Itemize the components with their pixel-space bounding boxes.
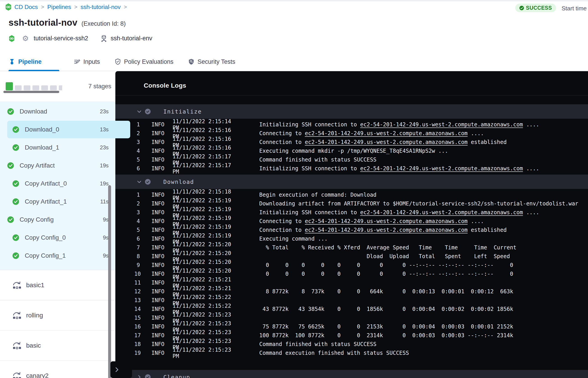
stage-list: Download23sDownload_013sDownload_123sCop… — [0, 101, 115, 270]
log-message: 100 8772k 100 8772k 0 0 2314k 0 0:00:03 … — [259, 332, 513, 338]
cd-module-icon — [5, 3, 12, 11]
log-line-number: 6 — [134, 236, 140, 242]
log-message: 8 8772k 8 737k 0 0 664k 0 0:00:13 0:00:0… — [259, 288, 513, 295]
stage-duration: 9s — [103, 216, 108, 223]
log-level: INFO — [151, 218, 164, 224]
log-level: INFO — [151, 280, 164, 286]
log-host-link[interactable]: ec2-54-201-142-249.us-west-2.compute.ama… — [360, 209, 523, 216]
console-log-panel: Console Logs Initialize1INFO11/11/2022 2… — [115, 71, 588, 378]
stage-progress-squares[interactable] — [6, 82, 62, 90]
log-message: Connection to ec2-54-201-142-249.us-west… — [259, 227, 507, 233]
log-line-number: 11 — [134, 280, 140, 286]
tab-label: Security Tests — [198, 58, 235, 65]
log-level: INFO — [151, 271, 164, 277]
stage-progress-square-2[interactable] — [24, 85, 30, 90]
log-message: Downloading artifact from ARTIFACTORY to… — [259, 201, 578, 207]
stage-row-copy-artifact-1[interactable]: Copy Artifact_111s — [0, 193, 115, 211]
log-level: INFO — [151, 350, 164, 356]
shield-check-icon — [114, 58, 121, 65]
log-level: INFO — [151, 130, 164, 136]
pipeline-item-canary2[interactable]: canary2 — [0, 360, 115, 378]
stage-label: Copy Config_0 — [25, 234, 66, 241]
tab-pipeline[interactable]: Pipeline — [9, 53, 59, 71]
service-environment-row: ⚙ tutorial-service-ssh2 ssh-tutorial-env — [9, 35, 152, 42]
tab-security-tests[interactable]: Security Tests — [188, 53, 235, 71]
log-host-link[interactable]: ec2-54-201-142-249.us-west-2.compute.ama… — [360, 165, 523, 172]
log-section-header-download[interactable]: Download — [115, 175, 588, 189]
log-line: 19INFO11/11/2022 2:15:23 PMCommand execu… — [115, 349, 588, 357]
stage-progress-square-6[interactable] — [59, 85, 62, 90]
stage-progress-square-5[interactable] — [50, 85, 57, 90]
pipeline-list: basic1rollingbasiccanary2 — [0, 270, 115, 378]
log-line-number: 1 — [134, 122, 140, 128]
breadcrumb-link-pipelines[interactable]: Pipelines — [47, 4, 71, 11]
log-host-link[interactable]: ec2-54-201-142-249.us-west-2.compute.ama… — [305, 218, 468, 224]
stage-duration: 13s — [100, 126, 108, 133]
cd-module-icon — [9, 35, 15, 42]
stage-label: Copy Config — [20, 216, 53, 223]
log-level: INFO — [151, 148, 164, 154]
log-host-link[interactable]: ec2-54-201-142-249.us-west-2.compute.ama… — [360, 122, 523, 128]
check-badge-icon — [145, 108, 151, 114]
breadcrumb-link-cd-docs[interactable]: CD Docs — [14, 4, 38, 11]
breadcrumb-link-pipeline-name[interactable]: ssh-tutorial-nov — [81, 4, 121, 11]
check-circle-icon — [7, 108, 14, 115]
log-line-number: 3 — [134, 139, 140, 145]
log-message: Connecting to ec2-54-201-142-249.us-west… — [259, 218, 484, 224]
log-level: INFO — [151, 139, 164, 145]
log-line-number: 12 — [134, 288, 140, 295]
log-level: INFO — [151, 227, 164, 233]
breadcrumb-separator: > — [40, 4, 45, 10]
environment-icon — [101, 35, 107, 42]
stage-label: Download_0 — [25, 126, 59, 133]
log-host-link[interactable]: ec2-54-201-142-249.us-west-2.compute.ama… — [305, 139, 468, 145]
stage-row-copy-artifact-0[interactable]: Copy Artifact_019s — [0, 175, 115, 193]
stage-row-copy-artifact[interactable]: Copy Artifact19s — [0, 157, 115, 175]
stage-progress-square-1[interactable] — [15, 85, 22, 90]
log-host-link[interactable]: ec2-54-201-142-249.us-west-2.compute.ama… — [305, 227, 468, 233]
stage-duration: 19s — [100, 180, 108, 187]
tab-inputs[interactable]: Inputs — [74, 53, 100, 71]
pipeline-item-basic1[interactable]: basic1 — [0, 270, 115, 300]
stage-progress-square-3[interactable] — [32, 85, 39, 90]
log-line: 6INFO11/11/2022 2:15:17 PMInitializing S… — [115, 164, 588, 173]
stage-row-download[interactable]: Download23s — [0, 103, 115, 121]
log-host-link[interactable]: ec2-54-201-142-249.us-west-2.compute.ama… — [305, 130, 468, 136]
log-section-title: Initialize — [163, 108, 202, 115]
stage-row-copy-config[interactable]: Copy Config9s — [0, 211, 115, 229]
pipeline-item-label: rolling — [26, 312, 43, 319]
page-title: ssh-tutorial-nov — [9, 18, 77, 28]
log-section-header-initialize[interactable]: Initialize — [115, 104, 588, 119]
log-section-header-cleanup[interactable]: Cleanup — [115, 370, 588, 378]
pipeline-item-basic[interactable]: basic — [0, 330, 115, 360]
pipeline-icon — [9, 58, 15, 65]
tab-policy-evaluations[interactable]: Policy Evaluations — [114, 53, 174, 71]
log-level: INFO — [151, 201, 164, 207]
log-line-number: 19 — [134, 350, 140, 356]
console-expand-button[interactable] — [110, 361, 132, 378]
pipeline-item-rolling[interactable]: rolling — [0, 300, 115, 330]
stage-row-copy-config-0[interactable]: Copy Config_09s — [0, 229, 115, 247]
sidebar-scrollbar[interactable] — [108, 185, 111, 378]
stage-row-download-0[interactable]: Download_013s — [0, 121, 115, 138]
stage-row-copy-config-1[interactable]: Copy Config_19s — [0, 247, 115, 265]
stage-progress-square-0[interactable] — [6, 82, 13, 90]
log-message: % Total % Received % Xferd Average Speed… — [259, 244, 517, 251]
stage-row-download-1[interactable]: Download_123s — [0, 138, 115, 157]
log-section-title: Download — [163, 179, 194, 185]
stage-progress-square-4[interactable] — [41, 85, 48, 90]
start-time-label: Start time — [562, 5, 587, 12]
log-message: 0 0 0 0 0 0 0 0 --:--:-- --:--:-- --:--:… — [259, 262, 513, 268]
log-lines-download: 1INFO11/11/2022 2:15:18 PMBegin executio… — [115, 189, 588, 359]
service-name[interactable]: tutorial-service-ssh2 — [34, 35, 88, 42]
log-message: 75 8772k 75 6625k 0 0 2153k 0 0:00:04 0:… — [259, 324, 513, 330]
console-header: Console Logs — [115, 71, 588, 95]
log-line-number: 2 — [134, 130, 140, 136]
log-level: INFO — [151, 192, 164, 198]
stage-progress-strip[interactable]: 7 stages — [0, 71, 115, 101]
log-section-title: Cleanup — [163, 374, 190, 378]
check-circle-icon — [12, 252, 19, 259]
stage-label: Copy Config_1 — [25, 252, 66, 259]
progress-scrollbar[interactable] — [3, 91, 59, 93]
environment-name[interactable]: ssh-tutorial-env — [111, 35, 152, 42]
